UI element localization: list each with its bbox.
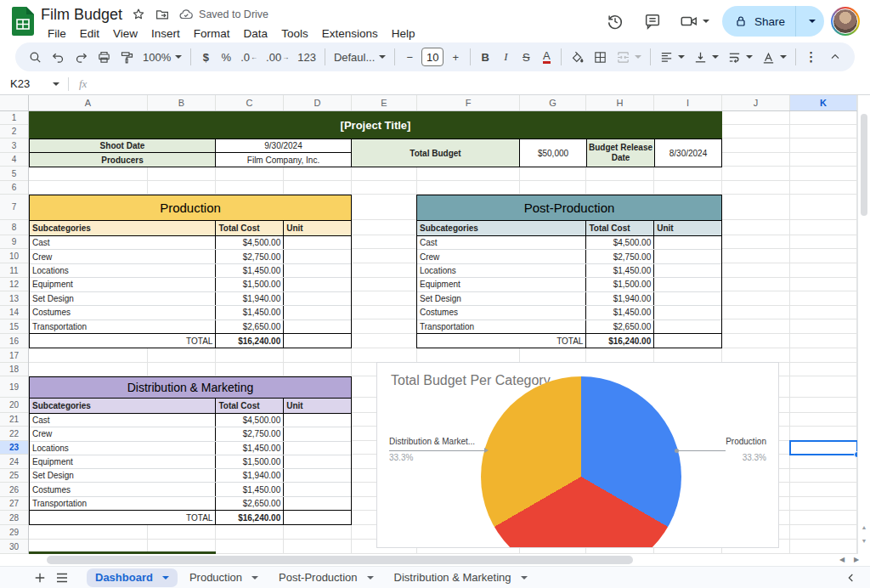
- cell-budget-release-label[interactable]: Budget Release Date: [586, 139, 655, 167]
- row-header-19[interactable]: 19: [0, 376, 28, 398]
- cell-unit[interactable]: [653, 278, 721, 291]
- menu-extensions[interactable]: Extensions: [315, 25, 385, 42]
- cell-unit[interactable]: [283, 292, 351, 305]
- cell-total-value[interactable]: $16,240.00: [215, 334, 283, 348]
- move-folder-icon[interactable]: [155, 7, 170, 22]
- row-header-11[interactable]: 11: [0, 263, 28, 278]
- decrease-font-size-button[interactable]: −: [399, 46, 420, 68]
- row-header-13[interactable]: 13: [0, 291, 28, 306]
- column-header-H[interactable]: H: [586, 95, 654, 110]
- scroll-right-icon[interactable]: ▶: [854, 556, 859, 563]
- increase-decimal-button[interactable]: .00: [262, 46, 293, 68]
- column-header-subcategories[interactable]: Subcategories: [30, 221, 215, 235]
- row-header-18[interactable]: 18: [0, 363, 28, 376]
- row-header-12[interactable]: 12: [0, 278, 28, 291]
- column-header-D[interactable]: D: [284, 95, 352, 110]
- cell-unit[interactable]: [653, 250, 721, 263]
- cell-unit[interactable]: [283, 264, 351, 277]
- text-rotation-icon[interactable]: [757, 46, 791, 68]
- saved-status[interactable]: Saved to Drive: [178, 7, 268, 22]
- cell-total-cost[interactable]: $1,450.00: [215, 264, 283, 277]
- more-toolbar-button[interactable]: ⋮: [800, 46, 822, 68]
- cell-subcategory[interactable]: Set Design: [417, 292, 585, 305]
- cell-unit[interactable]: [283, 442, 351, 455]
- cell-unit[interactable]: [283, 320, 351, 333]
- cell-total-cost[interactable]: $2,750.00: [585, 250, 653, 263]
- cell-unit[interactable]: [283, 250, 351, 263]
- cell-unit[interactable]: [283, 469, 351, 482]
- meet-camera-icon[interactable]: [675, 6, 715, 37]
- document-title[interactable]: Film Budget: [41, 6, 122, 24]
- star-icon[interactable]: [131, 7, 146, 22]
- cell-producers[interactable]: Film Company, Inc.: [215, 152, 352, 167]
- menu-edit[interactable]: Edit: [73, 25, 106, 42]
- cell-subcategory[interactable]: Costumes: [30, 306, 215, 319]
- vertical-align-icon[interactable]: [689, 46, 723, 68]
- share-dropdown[interactable]: [796, 6, 824, 37]
- cell-subcategory[interactable]: Equipment: [30, 278, 215, 291]
- cell-total-cost[interactable]: $2,650.00: [215, 320, 283, 333]
- sheet-tab-distribution-marketing[interactable]: Distribution & Marketing: [386, 568, 536, 587]
- cell-unit[interactable]: [653, 236, 721, 249]
- budget-table-2[interactable]: Distribution & MarketingSubcategoriesTot…: [29, 376, 352, 525]
- row-header-24[interactable]: 24: [0, 455, 28, 469]
- cell-total-budget[interactable]: $50,000: [519, 139, 587, 167]
- cell-producers-label[interactable]: Producers: [29, 152, 216, 167]
- cell-subcategory[interactable]: Set Design: [30, 292, 215, 305]
- row-header-3[interactable]: 3: [0, 139, 28, 153]
- print-icon[interactable]: [93, 46, 116, 68]
- cell-total-cost[interactable]: $1,450.00: [215, 442, 283, 455]
- cell-subcategory[interactable]: Cast: [417, 236, 585, 249]
- cell-total-label[interactable]: TOTAL: [417, 334, 585, 348]
- cell-unit[interactable]: [653, 320, 721, 333]
- font-size-input[interactable]: 10: [421, 48, 443, 66]
- row-header-27[interactable]: 27: [0, 497, 28, 511]
- row-header-29[interactable]: 29: [0, 525, 28, 540]
- merge-cells-icon[interactable]: [612, 46, 646, 68]
- cell-total-label[interactable]: TOTAL: [30, 334, 215, 348]
- column-header-total_cost[interactable]: Total Cost: [215, 221, 283, 235]
- cell-total-cost[interactable]: $4,500.00: [215, 236, 283, 249]
- row-header-20[interactable]: 20: [0, 398, 28, 413]
- column-header-unit[interactable]: Unit: [283, 399, 351, 413]
- row-header-15[interactable]: 15: [0, 319, 28, 334]
- menu-view[interactable]: View: [106, 25, 144, 42]
- italic-button[interactable]: I: [495, 46, 516, 68]
- vertical-scrollbar-thumb[interactable]: [861, 114, 867, 216]
- horizontal-scrollbar-thumb[interactable]: [47, 556, 633, 564]
- row-header-2[interactable]: 2: [0, 125, 28, 139]
- selected-cell-K23[interactable]: [789, 440, 858, 455]
- borders-icon[interactable]: [589, 46, 612, 68]
- column-header-E[interactable]: E: [352, 95, 417, 110]
- text-wrap-icon[interactable]: [723, 46, 757, 68]
- cell-unit[interactable]: [283, 278, 351, 291]
- cell-project-title[interactable]: [Project Title]: [29, 111, 722, 139]
- row-header-10[interactable]: 10: [0, 249, 28, 263]
- comments-icon[interactable]: [637, 6, 668, 37]
- cell-subcategory[interactable]: Equipment: [417, 278, 585, 291]
- cell-subcategory[interactable]: Transportation: [417, 320, 585, 333]
- decrease-decimal-button[interactable]: .0: [236, 46, 262, 68]
- row-header-16[interactable]: 16: [0, 334, 28, 348]
- cell-total-cost[interactable]: $1,450.00: [585, 306, 653, 319]
- cell-total-value[interactable]: $16,240.00: [215, 511, 283, 524]
- redo-icon[interactable]: [70, 46, 93, 68]
- row-header-23[interactable]: 23: [0, 441, 28, 455]
- cell-subcategory[interactable]: Equipment: [30, 455, 215, 468]
- percent-format-button[interactable]: %: [216, 46, 236, 68]
- cell-unit[interactable]: [653, 306, 721, 319]
- cell-total-cost[interactable]: $2,750.00: [215, 250, 283, 263]
- column-header-J[interactable]: J: [722, 95, 790, 110]
- cell-subcategory[interactable]: Cast: [30, 236, 215, 249]
- table-title[interactable]: Production: [30, 195, 351, 221]
- row-header-6[interactable]: 6: [0, 181, 28, 195]
- column-header-B[interactable]: B: [148, 95, 216, 110]
- cell-unit[interactable]: [283, 414, 351, 427]
- horizontal-scrollbar[interactable]: ◀ ▶: [0, 554, 870, 566]
- add-sheet-icon[interactable]: [29, 568, 51, 588]
- cell-shoot-date-label[interactable]: Shoot Date: [29, 139, 216, 153]
- all-sheets-icon[interactable]: [51, 568, 73, 588]
- column-header-F[interactable]: F: [417, 95, 520, 110]
- pie-chart-card[interactable]: Total Budget Per Category Distribution &…: [376, 362, 779, 548]
- column-header-A[interactable]: A: [29, 95, 148, 110]
